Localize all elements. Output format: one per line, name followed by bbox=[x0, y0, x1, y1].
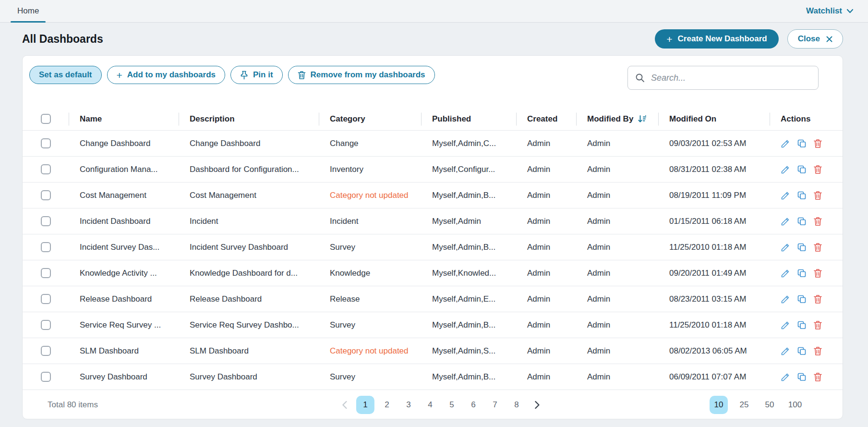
edit-button[interactable] bbox=[781, 191, 790, 200]
cell-name: SLM Dashboard bbox=[69, 346, 179, 356]
copy-button[interactable] bbox=[797, 268, 807, 278]
delete-button[interactable] bbox=[813, 294, 822, 304]
tab-home-label: Home bbox=[17, 6, 39, 16]
cell-created: Admin bbox=[516, 294, 576, 304]
cell-modified-on: 08/19/2011 11:09 PM bbox=[658, 191, 770, 200]
tab-home[interactable]: Home bbox=[11, 0, 46, 22]
cell-name: Service Req Survey ... bbox=[69, 320, 179, 330]
delete-button[interactable] bbox=[813, 139, 822, 148]
copy-button[interactable] bbox=[797, 165, 807, 174]
delete-button[interactable] bbox=[813, 243, 822, 252]
copy-button[interactable] bbox=[797, 294, 807, 304]
cell-created: Admin bbox=[516, 165, 576, 174]
edit-button[interactable] bbox=[781, 139, 790, 148]
column-header-published[interactable]: Published bbox=[421, 114, 516, 124]
page-button[interactable]: 3 bbox=[399, 396, 418, 414]
sort-descending-icon[interactable] bbox=[638, 115, 646, 123]
cell-modified-by: Admin bbox=[576, 346, 658, 356]
cell-name: Survey Dashboard bbox=[69, 372, 179, 382]
edit-button[interactable] bbox=[781, 320, 790, 330]
edit-button[interactable] bbox=[781, 268, 790, 278]
table-row: Cost ManagementCost ManagementCategory n… bbox=[23, 183, 843, 208]
close-button[interactable]: Close bbox=[787, 29, 843, 49]
set-as-default-button[interactable]: Set as default bbox=[29, 66, 102, 84]
cell-modified-by: Admin bbox=[576, 372, 658, 382]
row-checkbox[interactable] bbox=[41, 268, 51, 278]
trash-icon bbox=[298, 71, 306, 80]
page-size-button[interactable]: 25 bbox=[735, 396, 753, 414]
copy-button[interactable] bbox=[797, 320, 807, 330]
delete-button[interactable] bbox=[813, 217, 822, 226]
delete-button[interactable] bbox=[813, 320, 822, 330]
cell-category: Incident bbox=[319, 217, 421, 226]
column-header-category[interactable]: Category bbox=[319, 114, 421, 124]
copy-button[interactable] bbox=[797, 217, 807, 226]
watchlist-dropdown[interactable]: Watchlist bbox=[806, 6, 854, 16]
cell-created: Admin bbox=[516, 139, 576, 148]
cell-modified-on: 08/31/2011 02:38 AM bbox=[658, 165, 770, 174]
page-button[interactable]: 5 bbox=[443, 396, 461, 414]
row-checkbox[interactable] bbox=[41, 216, 51, 226]
page-button[interactable]: 6 bbox=[464, 396, 482, 414]
cell-description: Survey Dashboard bbox=[179, 372, 319, 382]
page-size-button[interactable]: 100 bbox=[786, 396, 804, 414]
column-header-created[interactable]: Created bbox=[516, 114, 576, 124]
set-as-default-label: Set as default bbox=[39, 70, 92, 80]
add-to-my-dashboards-button[interactable]: + Add to my dashboards bbox=[107, 66, 225, 84]
edit-button[interactable] bbox=[781, 217, 790, 226]
dashboards-card: Set as default + Add to my dashboards Pi… bbox=[22, 55, 843, 419]
remove-from-my-dashboards-button[interactable]: Remove from my dashboards bbox=[288, 66, 435, 84]
column-header-description[interactable]: Description bbox=[179, 114, 319, 124]
select-all-checkbox[interactable] bbox=[41, 114, 51, 124]
cell-published: Myself,Admin,B... bbox=[421, 191, 516, 200]
copy-button[interactable] bbox=[797, 372, 807, 382]
close-icon bbox=[826, 36, 832, 42]
column-header-modified-by[interactable]: Modified By bbox=[576, 114, 658, 124]
page-button[interactable]: 4 bbox=[421, 396, 439, 414]
edit-button[interactable] bbox=[781, 165, 790, 174]
page-button[interactable]: 2 bbox=[378, 396, 396, 414]
row-checkbox[interactable] bbox=[41, 320, 51, 330]
copy-button[interactable] bbox=[797, 139, 807, 148]
delete-button[interactable] bbox=[813, 268, 822, 278]
cell-published: Myself,Admin bbox=[421, 217, 516, 226]
edit-button[interactable] bbox=[781, 243, 790, 252]
pin-it-button[interactable]: Pin it bbox=[230, 66, 283, 84]
create-new-dashboard-button[interactable]: + Create New Dashboard bbox=[655, 29, 778, 49]
edit-button[interactable] bbox=[781, 346, 790, 356]
row-checkbox[interactable] bbox=[41, 372, 51, 382]
cell-modified-on: 11/25/2010 01:18 AM bbox=[658, 243, 770, 252]
cell-created: Admin bbox=[516, 320, 576, 330]
page-button[interactable]: 8 bbox=[507, 396, 526, 414]
page-button[interactable]: 7 bbox=[486, 396, 504, 414]
cell-name: Release Dashboard bbox=[69, 294, 179, 304]
cell-category: Survey bbox=[319, 320, 421, 330]
row-checkbox[interactable] bbox=[41, 138, 51, 148]
cell-description: Release Dashboard bbox=[179, 294, 319, 304]
delete-button[interactable] bbox=[813, 372, 822, 382]
cell-category: Change bbox=[319, 139, 421, 148]
row-checkbox[interactable] bbox=[41, 294, 51, 304]
search-input[interactable] bbox=[650, 73, 811, 84]
copy-button[interactable] bbox=[797, 243, 807, 252]
delete-button[interactable] bbox=[813, 165, 822, 174]
delete-button[interactable] bbox=[813, 191, 822, 200]
row-checkbox[interactable] bbox=[41, 164, 51, 174]
page-size-button[interactable]: 10 bbox=[710, 396, 728, 414]
row-checkbox[interactable] bbox=[41, 242, 51, 252]
column-header-name[interactable]: Name bbox=[69, 114, 179, 124]
page-size-button[interactable]: 50 bbox=[760, 396, 779, 414]
edit-button[interactable] bbox=[781, 372, 790, 382]
edit-button[interactable] bbox=[781, 294, 790, 304]
watchlist-label: Watchlist bbox=[806, 6, 842, 16]
copy-button[interactable] bbox=[797, 191, 807, 200]
row-checkbox[interactable] bbox=[41, 190, 51, 200]
delete-button[interactable] bbox=[813, 346, 822, 356]
header-actions: + Create New Dashboard Close bbox=[655, 29, 843, 49]
next-page-button[interactable] bbox=[529, 396, 545, 414]
row-checkbox[interactable] bbox=[41, 346, 51, 356]
page-button[interactable]: 1 bbox=[356, 396, 374, 414]
previous-page-button[interactable] bbox=[337, 396, 353, 414]
copy-button[interactable] bbox=[797, 346, 807, 356]
column-header-modified-on[interactable]: Modified On bbox=[658, 114, 770, 124]
